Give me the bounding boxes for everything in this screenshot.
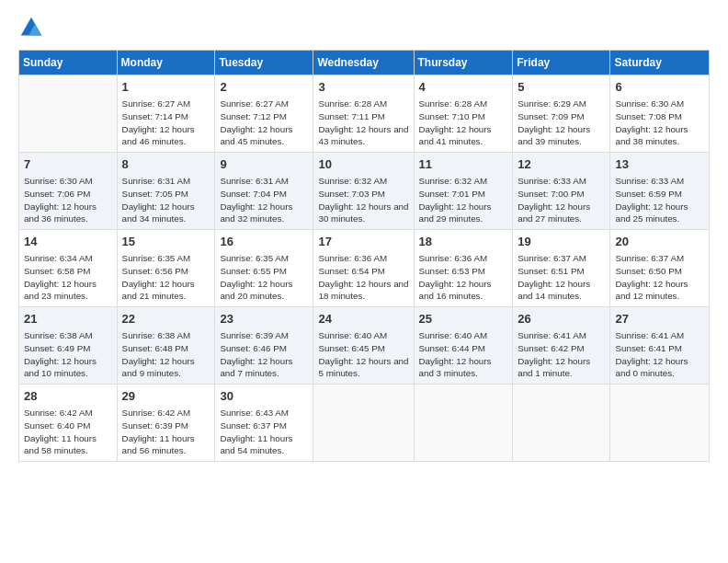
calendar-cell: 19Sunrise: 6:37 AMSunset: 6:51 PMDayligh… [513, 230, 610, 307]
day-number: 25 [419, 311, 508, 327]
calendar-cell [313, 385, 414, 462]
day-info: Sunrise: 6:30 AMSunset: 7:08 PMDaylight:… [615, 98, 704, 148]
calendar-header-row: SundayMondayTuesdayWednesdayThursdayFrid… [19, 51, 710, 75]
col-header-friday: Friday [513, 51, 610, 75]
day-info: Sunrise: 6:27 AMSunset: 7:12 PMDaylight:… [220, 98, 308, 148]
calendar-cell: 15Sunrise: 6:35 AMSunset: 6:56 PMDayligh… [117, 230, 215, 307]
day-info: Sunrise: 6:33 AMSunset: 6:59 PMDaylight:… [615, 175, 704, 225]
day-number: 26 [518, 311, 605, 327]
calendar-cell: 5Sunrise: 6:29 AMSunset: 7:09 PMDaylight… [513, 75, 610, 153]
day-number: 6 [615, 79, 704, 96]
day-number: 9 [220, 156, 308, 173]
calendar-cell: 22Sunrise: 6:38 AMSunset: 6:48 PMDayligh… [117, 307, 215, 385]
day-number: 14 [24, 234, 112, 250]
calendar-cell: 13Sunrise: 6:33 AMSunset: 6:59 PMDayligh… [610, 153, 710, 230]
day-info: Sunrise: 6:27 AMSunset: 7:14 PMDaylight:… [122, 98, 210, 148]
calendar-cell: 24Sunrise: 6:40 AMSunset: 6:45 PMDayligh… [313, 307, 414, 385]
calendar-cell [610, 385, 710, 462]
day-info: Sunrise: 6:35 AMSunset: 6:55 PMDaylight:… [220, 252, 308, 303]
col-header-saturday: Saturday [610, 51, 710, 75]
calendar-cell: 27Sunrise: 6:41 AMSunset: 6:41 PMDayligh… [610, 307, 710, 385]
day-number: 20 [615, 234, 704, 250]
calendar-cell [513, 385, 610, 462]
calendar-cell: 17Sunrise: 6:36 AMSunset: 6:54 PMDayligh… [313, 230, 414, 307]
day-info: Sunrise: 6:30 AMSunset: 7:06 PMDaylight:… [24, 175, 112, 225]
day-info: Sunrise: 6:28 AMSunset: 7:11 PMDaylight:… [318, 98, 408, 148]
day-info: Sunrise: 6:31 AMSunset: 7:05 PMDaylight:… [122, 175, 210, 225]
day-number: 18 [419, 234, 508, 250]
calendar-cell: 3Sunrise: 6:28 AMSunset: 7:11 PMDaylight… [313, 75, 414, 153]
day-number: 3 [318, 79, 408, 96]
day-info: Sunrise: 6:36 AMSunset: 6:53 PMDaylight:… [419, 252, 508, 303]
day-info: Sunrise: 6:40 AMSunset: 6:44 PMDaylight:… [419, 329, 508, 380]
calendar-cell: 6Sunrise: 6:30 AMSunset: 7:08 PMDaylight… [610, 75, 710, 153]
day-number: 29 [122, 388, 210, 405]
calendar-cell: 2Sunrise: 6:27 AMSunset: 7:12 PMDaylight… [215, 75, 313, 153]
day-info: Sunrise: 6:42 AMSunset: 6:39 PMDaylight:… [122, 407, 210, 457]
day-number: 28 [24, 388, 112, 405]
day-number: 30 [220, 388, 308, 405]
day-info: Sunrise: 6:32 AMSunset: 7:03 PMDaylight:… [318, 175, 408, 225]
calendar-cell: 20Sunrise: 6:37 AMSunset: 6:50 PMDayligh… [610, 230, 710, 307]
day-info: Sunrise: 6:38 AMSunset: 6:48 PMDaylight:… [122, 329, 210, 380]
calendar-cell: 4Sunrise: 6:28 AMSunset: 7:10 PMDaylight… [414, 75, 513, 153]
calendar-cell: 11Sunrise: 6:32 AMSunset: 7:01 PMDayligh… [414, 153, 513, 230]
logo-icon [18, 15, 44, 40]
calendar-cell [414, 385, 513, 462]
calendar-cell: 9Sunrise: 6:31 AMSunset: 7:04 PMDaylight… [215, 153, 313, 230]
day-info: Sunrise: 6:35 AMSunset: 6:56 PMDaylight:… [122, 252, 210, 303]
calendar-cell: 12Sunrise: 6:33 AMSunset: 7:00 PMDayligh… [513, 153, 610, 230]
day-number: 22 [122, 311, 210, 327]
day-info: Sunrise: 6:34 AMSunset: 6:58 PMDaylight:… [24, 252, 112, 303]
day-number: 2 [220, 79, 308, 96]
calendar-cell: 14Sunrise: 6:34 AMSunset: 6:58 PMDayligh… [19, 230, 118, 307]
day-number: 15 [122, 234, 210, 250]
logo [18, 15, 48, 40]
day-number: 13 [615, 156, 704, 173]
calendar-cell: 25Sunrise: 6:40 AMSunset: 6:44 PMDayligh… [414, 307, 513, 385]
day-info: Sunrise: 6:37 AMSunset: 6:51 PMDaylight:… [518, 252, 605, 303]
day-number: 4 [419, 79, 508, 96]
day-info: Sunrise: 6:43 AMSunset: 6:37 PMDaylight:… [220, 407, 308, 457]
day-info: Sunrise: 6:41 AMSunset: 6:41 PMDaylight:… [615, 329, 704, 380]
calendar-cell [19, 75, 118, 153]
day-info: Sunrise: 6:33 AMSunset: 7:00 PMDaylight:… [518, 175, 605, 225]
calendar-cell: 26Sunrise: 6:41 AMSunset: 6:42 PMDayligh… [513, 307, 610, 385]
calendar-cell: 30Sunrise: 6:43 AMSunset: 6:37 PMDayligh… [215, 385, 313, 462]
day-info: Sunrise: 6:41 AMSunset: 6:42 PMDaylight:… [518, 329, 605, 380]
day-number: 5 [518, 79, 605, 96]
calendar-cell: 18Sunrise: 6:36 AMSunset: 6:53 PMDayligh… [414, 230, 513, 307]
day-info: Sunrise: 6:37 AMSunset: 6:50 PMDaylight:… [615, 252, 704, 303]
week-row-4: 21Sunrise: 6:38 AMSunset: 6:49 PMDayligh… [19, 307, 710, 385]
day-number: 23 [220, 311, 308, 327]
calendar-cell: 7Sunrise: 6:30 AMSunset: 7:06 PMDaylight… [19, 153, 118, 230]
week-row-5: 28Sunrise: 6:42 AMSunset: 6:40 PMDayligh… [19, 385, 710, 462]
week-row-1: 1Sunrise: 6:27 AMSunset: 7:14 PMDaylight… [19, 75, 710, 153]
calendar-cell: 29Sunrise: 6:42 AMSunset: 6:39 PMDayligh… [117, 385, 215, 462]
day-number: 24 [318, 311, 408, 327]
col-header-sunday: Sunday [19, 51, 118, 75]
day-info: Sunrise: 6:36 AMSunset: 6:54 PMDaylight:… [318, 252, 408, 303]
day-number: 21 [24, 311, 112, 327]
calendar-cell: 16Sunrise: 6:35 AMSunset: 6:55 PMDayligh… [215, 230, 313, 307]
calendar-cell: 21Sunrise: 6:38 AMSunset: 6:49 PMDayligh… [19, 307, 118, 385]
day-info: Sunrise: 6:32 AMSunset: 7:01 PMDaylight:… [419, 175, 508, 225]
day-number: 1 [122, 79, 210, 96]
day-info: Sunrise: 6:40 AMSunset: 6:45 PMDaylight:… [318, 329, 408, 380]
day-number: 27 [615, 311, 704, 327]
day-number: 8 [122, 156, 210, 173]
day-number: 10 [318, 156, 408, 173]
day-number: 7 [24, 156, 112, 173]
day-info: Sunrise: 6:38 AMSunset: 6:49 PMDaylight:… [24, 329, 112, 380]
col-header-monday: Monday [117, 51, 215, 75]
day-info: Sunrise: 6:31 AMSunset: 7:04 PMDaylight:… [220, 175, 308, 225]
calendar-cell: 28Sunrise: 6:42 AMSunset: 6:40 PMDayligh… [19, 385, 118, 462]
col-header-tuesday: Tuesday [215, 51, 313, 75]
day-number: 16 [220, 234, 308, 250]
day-info: Sunrise: 6:39 AMSunset: 6:46 PMDaylight:… [220, 329, 308, 380]
calendar-cell: 10Sunrise: 6:32 AMSunset: 7:03 PMDayligh… [313, 153, 414, 230]
day-number: 17 [318, 234, 408, 250]
week-row-3: 14Sunrise: 6:34 AMSunset: 6:58 PMDayligh… [19, 230, 710, 307]
calendar-cell: 8Sunrise: 6:31 AMSunset: 7:05 PMDaylight… [117, 153, 215, 230]
day-info: Sunrise: 6:28 AMSunset: 7:10 PMDaylight:… [419, 98, 508, 148]
